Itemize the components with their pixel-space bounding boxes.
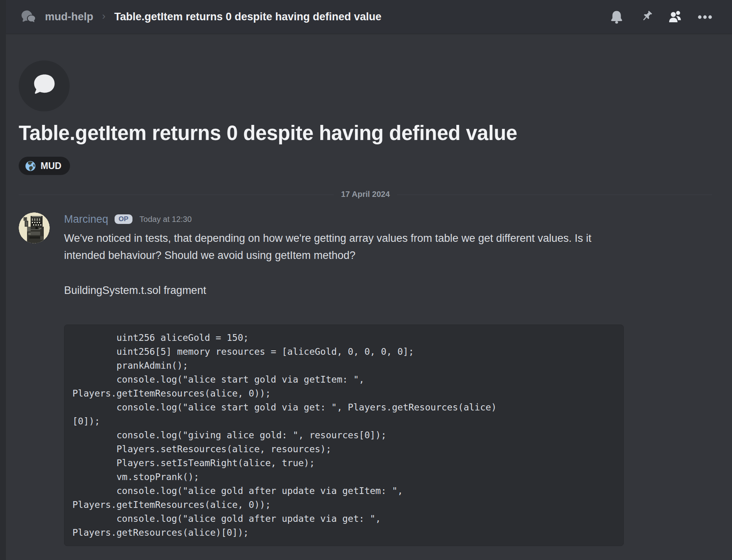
channel-name[interactable]: mud-help xyxy=(45,11,93,23)
message-timestamp: Today at 12:30 xyxy=(140,215,192,224)
avatar-pixel-art xyxy=(19,212,50,243)
pin-icon[interactable] xyxy=(638,9,654,25)
header-thread-title: Table.getItem returns 0 despite having d… xyxy=(114,11,597,23)
op-badge: OP xyxy=(115,214,132,224)
message-header: Marcineq OP Today at 12:30 xyxy=(64,212,712,226)
code-block: uint256 aliceGold = 150; uint256[5] memo… xyxy=(64,325,624,546)
chat-bubble-icon xyxy=(31,74,57,98)
members-icon[interactable] xyxy=(668,9,683,25)
discord-thread-window: mud-help › Table.getItem returns 0 despi… xyxy=(6,0,732,560)
tag-label: MUD xyxy=(41,161,61,171)
tag-mud[interactable]: MUD xyxy=(19,157,70,175)
message-author[interactable]: Marcineq xyxy=(64,213,108,226)
message: Marcineq OP Today at 12:30 We've noticed… xyxy=(19,212,712,546)
message-content: Marcineq OP Today at 12:30 We've noticed… xyxy=(64,212,712,546)
header-toolbar xyxy=(609,9,713,25)
sidebar-edge xyxy=(0,0,6,560)
forum-channel-icon xyxy=(20,9,37,25)
date-divider: 17 April 2024 xyxy=(19,189,712,199)
thread-header: mud-help › Table.getItem returns 0 despi… xyxy=(6,0,732,34)
avatar[interactable] xyxy=(19,212,50,243)
attachment-note: BuildingSystem.t.sol fragment xyxy=(64,282,712,299)
thread-starter-avatar xyxy=(19,60,70,111)
post-title: Table.getItem returns 0 despite having d… xyxy=(19,121,712,146)
breadcrumb-separator-icon: › xyxy=(102,10,106,22)
date-divider-label: 17 April 2024 xyxy=(341,190,390,199)
message-text: We've noticed in tests, that depending o… xyxy=(64,230,712,264)
more-options-icon[interactable] xyxy=(697,9,713,25)
thread-view: Table.getItem returns 0 despite having d… xyxy=(6,60,732,546)
bell-icon[interactable] xyxy=(609,9,625,25)
globe-emoji-icon xyxy=(25,161,36,171)
